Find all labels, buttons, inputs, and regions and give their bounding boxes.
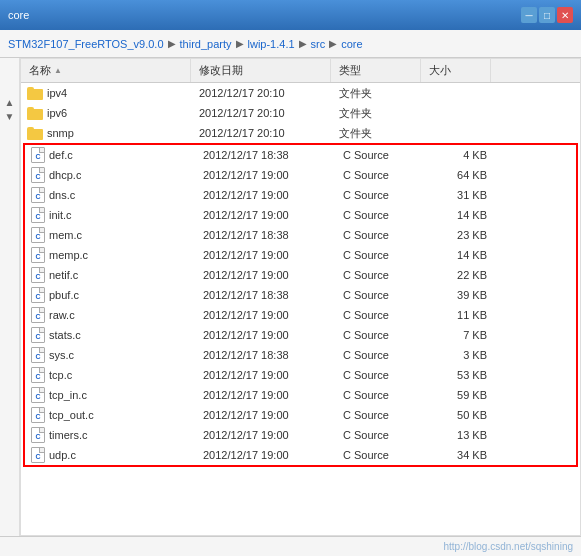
file-type-cell: C Source [335, 289, 425, 301]
file-date-cell: 2012/12/17 19:00 [195, 389, 335, 401]
table-row[interactable]: Ctcp.c2012/12/17 19:00C Source53 KB [25, 365, 576, 385]
file-type-cell: 文件夹 [331, 86, 421, 101]
file-date-cell: 2012/12/17 20:10 [191, 87, 331, 99]
file-name-cell: Ctcp.c [25, 367, 195, 383]
close-button[interactable]: ✕ [557, 7, 573, 23]
file-name-cell: Cdns.c [25, 187, 195, 203]
file-list-container: 名称 ▲ 修改日期 类型 大小 ipv42012/12/17 20:10文件夹i… [20, 58, 581, 536]
file-name-text: netif.c [49, 269, 78, 281]
table-row[interactable]: ipv62012/12/17 20:10文件夹 [21, 103, 580, 123]
file-size-cell: 39 KB [425, 289, 495, 301]
file-type-cell: C Source [335, 389, 425, 401]
file-name-text: stats.c [49, 329, 81, 341]
file-date-cell: 2012/12/17 19:00 [195, 329, 335, 341]
table-row[interactable]: ipv42012/12/17 20:10文件夹 [21, 83, 580, 103]
table-row[interactable]: Cpbuf.c2012/12/17 18:38C Source39 KB [25, 285, 576, 305]
folder-icon [27, 87, 43, 100]
file-name-text: sys.c [49, 349, 74, 361]
file-name-text: ipv4 [47, 87, 67, 99]
file-name-cell: Cdhcp.c [25, 167, 195, 183]
table-row[interactable]: Cdhcp.c2012/12/17 19:00C Source64 KB [25, 165, 576, 185]
col-header-date[interactable]: 修改日期 [191, 59, 331, 82]
file-name-text: timers.c [49, 429, 88, 441]
file-type-cell: 文件夹 [331, 106, 421, 121]
table-row[interactable]: Ctcp_in.c2012/12/17 19:00C Source59 KB [25, 385, 576, 405]
table-row[interactable]: Cudp.c2012/12/17 19:00C Source34 KB [25, 445, 576, 465]
breadcrumb-item-4[interactable]: core [341, 38, 362, 50]
file-size-cell: 23 KB [425, 229, 495, 241]
table-row[interactable]: Cmem.c2012/12/17 18:38C Source23 KB [25, 225, 576, 245]
file-type-cell: C Source [335, 209, 425, 221]
file-size-cell: 14 KB [425, 209, 495, 221]
table-row[interactable]: Csys.c2012/12/17 18:38C Source3 KB [25, 345, 576, 365]
file-type-cell: C Source [335, 369, 425, 381]
breadcrumb-item-3[interactable]: src [311, 38, 326, 50]
file-size-cell: 11 KB [425, 309, 495, 321]
table-row[interactable]: Ctcp_out.c2012/12/17 19:00C Source50 KB [25, 405, 576, 425]
file-date-cell: 2012/12/17 19:00 [195, 269, 335, 281]
breadcrumb-sep-0: ▶ [168, 38, 176, 49]
file-size-cell: 7 KB [425, 329, 495, 341]
file-type-cell: C Source [335, 169, 425, 181]
file-date-cell: 2012/12/17 18:38 [195, 289, 335, 301]
table-row[interactable]: Cstats.c2012/12/17 19:00C Source7 KB [25, 325, 576, 345]
file-name-cell: Cinit.c [25, 207, 195, 223]
title-text: core [8, 9, 521, 21]
file-type-cell: C Source [335, 309, 425, 321]
table-row[interactable]: Cinit.c2012/12/17 19:00C Source14 KB [25, 205, 576, 225]
file-rows: ipv42012/12/17 20:10文件夹ipv62012/12/17 20… [21, 83, 580, 535]
highlighted-group: Cdef.c2012/12/17 18:38C Source4 KBCdhcp.… [23, 143, 578, 467]
file-date-cell: 2012/12/17 19:00 [195, 209, 335, 221]
file-type-cell: C Source [335, 329, 425, 341]
file-type-cell: C Source [335, 409, 425, 421]
col-header-name[interactable]: 名称 ▲ [21, 59, 191, 82]
c-file-icon: C [31, 227, 45, 243]
table-row[interactable]: Craw.c2012/12/17 19:00C Source11 KB [25, 305, 576, 325]
table-row[interactable]: Cmemp.c2012/12/17 19:00C Source14 KB [25, 245, 576, 265]
sidebar-down-arrow[interactable]: ▼ [5, 112, 15, 122]
c-file-icon: C [31, 287, 45, 303]
file-name-text: dhcp.c [49, 169, 81, 181]
table-row[interactable]: Cnetif.c2012/12/17 19:00C Source22 KB [25, 265, 576, 285]
col-header-size[interactable]: 大小 [421, 59, 491, 82]
file-size-cell: 50 KB [425, 409, 495, 421]
file-name-text: tcp.c [49, 369, 72, 381]
table-row[interactable]: snmp2012/12/17 20:10文件夹 [21, 123, 580, 143]
file-name-text: tcp_in.c [49, 389, 87, 401]
file-name-text: pbuf.c [49, 289, 79, 301]
breadcrumb-item-0[interactable]: STM32F107_FreeRTOS_v9.0.0 [8, 38, 164, 50]
file-type-cell: C Source [335, 249, 425, 261]
table-row[interactable]: Ctimers.c2012/12/17 19:00C Source13 KB [25, 425, 576, 445]
maximize-button[interactable]: □ [539, 7, 555, 23]
breadcrumb-item-1[interactable]: third_party [180, 38, 232, 50]
file-name-cell: Ctcp_in.c [25, 387, 195, 403]
c-file-icon: C [31, 147, 45, 163]
breadcrumb-item-2[interactable]: lwip-1.4.1 [248, 38, 295, 50]
col-header-type[interactable]: 类型 [331, 59, 421, 82]
file-date-cell: 2012/12/17 19:00 [195, 449, 335, 461]
minimize-button[interactable]: ─ [521, 7, 537, 23]
column-header: 名称 ▲ 修改日期 类型 大小 [21, 59, 580, 83]
file-date-cell: 2012/12/17 18:38 [195, 229, 335, 241]
file-type-cell: 文件夹 [331, 126, 421, 141]
table-row[interactable]: Cdns.c2012/12/17 19:00C Source31 KB [25, 185, 576, 205]
c-file-icon: C [31, 187, 45, 203]
file-size-cell: 34 KB [425, 449, 495, 461]
file-name-text: tcp_out.c [49, 409, 94, 421]
file-type-cell: C Source [335, 269, 425, 281]
c-file-icon: C [31, 207, 45, 223]
breadcrumb-sep-3: ▶ [329, 38, 337, 49]
file-name-cell: Ctcp_out.c [25, 407, 195, 423]
table-row[interactable]: Cdef.c2012/12/17 18:38C Source4 KB [25, 145, 576, 165]
sidebar: ▲ ▼ [0, 58, 20, 536]
file-type-cell: C Source [335, 149, 425, 161]
file-size-cell: 64 KB [425, 169, 495, 181]
sort-icon: ▲ [54, 66, 62, 75]
file-date-cell: 2012/12/17 18:38 [195, 149, 335, 161]
sidebar-up-arrow[interactable]: ▲ [5, 98, 15, 108]
file-name-text: memp.c [49, 249, 88, 261]
folder-icon [27, 107, 43, 120]
address-bar: STM32F107_FreeRTOS_v9.0.0 ▶ third_party … [0, 30, 581, 58]
c-file-icon: C [31, 247, 45, 263]
breadcrumb-sep-1: ▶ [236, 38, 244, 49]
